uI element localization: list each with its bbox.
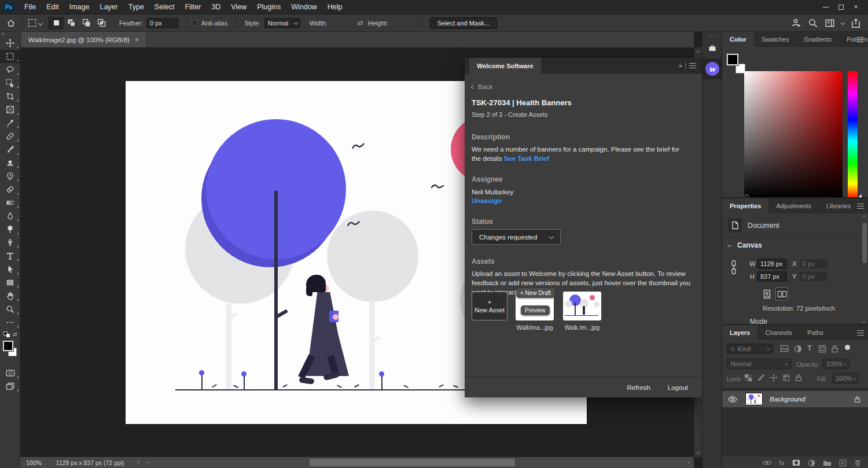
lock-transparency-icon[interactable]	[744, 374, 752, 382]
tab-channels[interactable]: Channels	[757, 325, 799, 340]
scroll-down-icon[interactable]	[696, 450, 700, 454]
asset-thumbnail-1[interactable]: + New Draft Preview	[516, 292, 554, 320]
hue-slider[interactable]	[848, 71, 858, 199]
new-draft-button[interactable]: + New Draft	[516, 288, 555, 298]
layer-filter-dropdown[interactable]: Kind	[727, 344, 773, 354]
quick-mask-icon[interactable]	[0, 366, 20, 379]
color-panel-menu-icon[interactable]	[857, 37, 864, 42]
scroll-up-icon[interactable]	[696, 50, 700, 54]
new-group-icon[interactable]	[823, 459, 832, 466]
menu-help[interactable]: Help	[322, 3, 348, 11]
horizontal-scrollbar[interactable]	[155, 457, 682, 468]
layer-name[interactable]: Background	[770, 396, 854, 403]
unassign-link[interactable]: Unassign	[472, 197, 502, 204]
move-tool[interactable]	[0, 36, 20, 50]
menu-view[interactable]: View	[226, 3, 252, 11]
refresh-button[interactable]: Refresh	[627, 384, 650, 391]
canvas-section-chevron-icon[interactable]	[727, 243, 731, 247]
status-expand-icon[interactable]	[135, 460, 139, 465]
tool-preset-marquee-icon[interactable]	[23, 17, 48, 30]
lock-pixels-icon[interactable]	[757, 374, 765, 382]
properties-scroll-thumb[interactable]	[862, 223, 867, 263]
eraser-tool[interactable]	[0, 183, 20, 196]
hscroll-left-icon[interactable]	[147, 461, 150, 465]
share-icon[interactable]	[851, 18, 861, 28]
search-icon[interactable]	[808, 18, 818, 28]
back-button[interactable]: Back	[472, 83, 493, 90]
type-tool[interactable]	[0, 249, 20, 263]
lock-artboard-icon[interactable]	[782, 374, 790, 382]
welcome-panel-tab[interactable]: Welcome Software	[469, 58, 541, 74]
document-tab[interactable]: WalkImage2.jpg @ 100% (RGB/8) ×	[21, 32, 146, 47]
tab-adjustments[interactable]: Adjustments	[768, 198, 819, 213]
zoom-tool[interactable]	[0, 303, 20, 316]
gradient-tool[interactable]	[0, 196, 20, 209]
height-input[interactable]	[391, 23, 413, 24]
filter-image-icon[interactable]	[780, 345, 789, 353]
tab-paths[interactable]: Paths	[800, 325, 831, 340]
tab-gradients[interactable]: Gradients	[796, 32, 839, 47]
foreground-swatch[interactable]	[727, 54, 738, 65]
new-layer-icon[interactable]	[839, 459, 847, 467]
status-dropdown[interactable]: Changes requested	[472, 229, 561, 245]
new-selection-icon[interactable]	[49, 17, 64, 30]
dodge-tool[interactable]	[0, 223, 20, 236]
path-selection-tool[interactable]	[0, 263, 20, 276]
hand-tool[interactable]	[0, 289, 20, 303]
blend-mode-dropdown[interactable]: Normal	[727, 359, 792, 369]
zoom-level[interactable]: 100%	[20, 459, 47, 466]
filter-lock-icon[interactable]	[831, 345, 838, 353]
screen-mode-icon[interactable]	[0, 379, 20, 393]
layer-lock-icon[interactable]	[854, 396, 860, 403]
intersect-selection-icon[interactable]	[94, 17, 109, 30]
account-icon[interactable]	[791, 18, 801, 28]
subtract-from-selection-icon[interactable]	[79, 17, 94, 30]
document-tab-close-icon[interactable]: ×	[135, 36, 139, 44]
tab-layers[interactable]: Layers	[722, 325, 757, 340]
panel-menu-icon[interactable]	[689, 63, 696, 68]
delete-layer-icon[interactable]	[854, 459, 861, 467]
filter-toggle-icon[interactable]	[845, 345, 850, 350]
minimize-icon[interactable]	[818, 2, 833, 12]
menu-3d[interactable]: 3D	[206, 3, 226, 11]
filter-type-icon[interactable]: T	[807, 344, 812, 352]
toolbar-collapse-icon[interactable]: »	[0, 32, 20, 36]
foreground-background-swatches[interactable]	[0, 340, 20, 364]
pen-tool[interactable]	[0, 236, 20, 249]
preview-button[interactable]: Preview	[521, 305, 550, 315]
tab-swatches[interactable]: Swatches	[754, 32, 797, 47]
libraries-dock-icon[interactable]	[703, 38, 722, 58]
layers-panel-menu-icon[interactable]	[857, 330, 864, 336]
width-input[interactable]	[330, 23, 352, 24]
menu-plugins[interactable]: Plugins	[252, 3, 286, 11]
blur-tool[interactable]	[0, 209, 20, 223]
workspace-chevron-icon[interactable]	[841, 21, 845, 25]
saturation-brightness-picker[interactable]	[744, 71, 843, 199]
menu-filter[interactable]: Filter	[180, 3, 207, 11]
edit-toolbar-icon[interactable]	[0, 316, 20, 329]
add-to-selection-icon[interactable]	[64, 17, 79, 30]
foreground-color-swatch[interactable]	[3, 341, 13, 351]
tab-properties[interactable]: Properties	[722, 198, 768, 213]
select-and-mask-button[interactable]: Select and Mask...	[430, 17, 498, 29]
adjustment-layer-icon[interactable]	[808, 459, 815, 467]
landscape-orientation-button[interactable]	[775, 288, 788, 300]
fill-input[interactable]: 100%	[832, 373, 859, 384]
tab-color[interactable]: Color	[722, 32, 754, 47]
properties-scrollbar[interactable]	[862, 216, 867, 323]
clone-stamp-tool[interactable]	[0, 156, 20, 169]
hscroll-right-icon[interactable]	[686, 461, 690, 465]
swap-colors-icon[interactable]: ⇄	[0, 329, 20, 340]
link-layers-icon[interactable]	[763, 460, 771, 466]
menu-type[interactable]: Type	[123, 3, 149, 11]
filter-adjustment-icon[interactable]	[794, 345, 802, 353]
home-icon[interactable]	[0, 17, 22, 30]
filter-frame-icon[interactable]	[818, 345, 826, 353]
menu-image[interactable]: Image	[64, 3, 95, 11]
layer-row-background[interactable]: Background	[722, 391, 868, 407]
welcome-plugin-dock-icon[interactable]: w	[703, 58, 722, 79]
layer-visibility-icon[interactable]	[728, 396, 737, 403]
canvas-height-input[interactable]: 837 px	[757, 271, 787, 282]
maximize-icon[interactable]	[833, 2, 848, 12]
canvas-width-input[interactable]: 1128 px	[757, 259, 787, 269]
